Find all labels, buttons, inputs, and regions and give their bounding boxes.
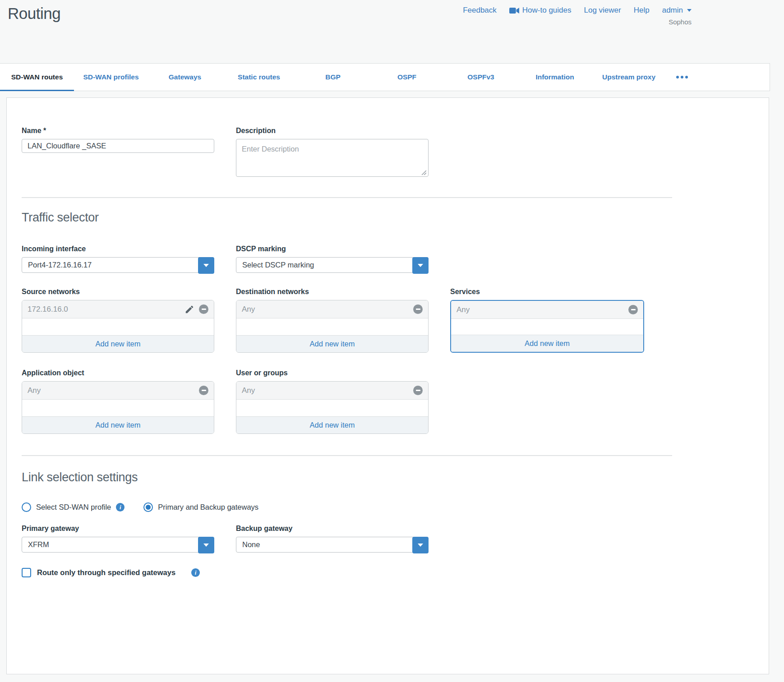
- primary-gateway-value: XFRM: [28, 540, 49, 549]
- list-empty-area: [22, 400, 214, 416]
- feedback-link[interactable]: Feedback: [463, 6, 497, 15]
- destination-networks-label: Destination networks: [236, 288, 429, 296]
- list-item: Any: [236, 382, 428, 400]
- edit-pencil-icon[interactable]: [184, 304, 194, 314]
- list-item-label: Any: [242, 386, 255, 395]
- remove-item-icon[interactable]: [628, 305, 638, 314]
- application-object-listbox: Any Add new item: [22, 381, 214, 434]
- dropdown-arrow-icon[interactable]: [412, 537, 429, 553]
- radio-label: Primary and Backup gateways: [158, 503, 258, 512]
- services-label: Services: [450, 288, 644, 296]
- section-divider: [22, 197, 672, 198]
- destination-networks-listbox: Any Add new item: [236, 300, 429, 353]
- list-item-label: Any: [28, 386, 41, 395]
- header-links: Feedback How-to guides Log viewer Help a…: [463, 6, 692, 15]
- page-header: Routing Feedback How-to guides Log viewe…: [0, 0, 784, 63]
- add-new-item-button[interactable]: Add new item: [22, 416, 214, 433]
- feedback-link-label: Feedback: [463, 6, 497, 15]
- radio-icon[interactable]: [22, 502, 31, 512]
- list-item-label: 172.16.16.0: [28, 305, 68, 314]
- dscp-marking-select[interactable]: Select DSCP marking: [236, 257, 429, 273]
- list-empty-area: [22, 318, 214, 335]
- help-label: Help: [634, 6, 650, 15]
- dropdown-arrow-icon[interactable]: [198, 257, 214, 274]
- source-networks-listbox: 172.16.16.0 Add new item: [22, 300, 214, 353]
- primary-gateway-select[interactable]: XFRM: [22, 537, 214, 553]
- incoming-interface-label: Incoming interface: [22, 245, 214, 253]
- section-divider: [22, 455, 672, 456]
- services-listbox: Any Add new item: [450, 300, 644, 353]
- backup-gateway-label: Backup gateway: [236, 525, 429, 533]
- tab-bgp[interactable]: BGP: [296, 64, 370, 91]
- route-only-label: Route only through specified gateways: [37, 568, 175, 577]
- name-label: Name *: [22, 127, 214, 135]
- info-icon[interactable]: i: [116, 503, 125, 512]
- tab-ospf[interactable]: OSPF: [370, 64, 444, 91]
- howto-guides-link[interactable]: How-to guides: [509, 6, 572, 15]
- list-empty-area: [236, 400, 428, 416]
- primary-gateway-label: Primary gateway: [22, 525, 214, 533]
- log-viewer-link[interactable]: Log viewer: [584, 6, 621, 15]
- user-or-groups-label: User or groups: [236, 369, 429, 377]
- video-camera-icon: [509, 7, 519, 14]
- remove-item-icon[interactable]: [413, 304, 423, 314]
- add-new-item-button[interactable]: Add new item: [236, 335, 428, 352]
- dropdown-arrow-icon[interactable]: [412, 257, 429, 274]
- tab-ospfv3[interactable]: OSPFv3: [444, 64, 518, 91]
- required-asterisk: *: [43, 127, 46, 134]
- dscp-marking-label: DSCP marking: [236, 245, 429, 253]
- tab-bar: SD-WAN routes SD-WAN profiles Gateways S…: [0, 63, 770, 91]
- list-empty-area: [236, 318, 428, 335]
- admin-menu[interactable]: admin: [662, 6, 692, 15]
- tab-gateways[interactable]: Gateways: [148, 64, 222, 91]
- remove-item-icon[interactable]: [199, 386, 208, 395]
- dropdown-arrow-icon[interactable]: [198, 537, 214, 553]
- tab-sdwan-routes[interactable]: SD-WAN routes: [0, 64, 74, 91]
- backup-gateway-select[interactable]: None: [236, 537, 429, 553]
- radio-primary-backup-gateways[interactable]: Primary and Backup gateways: [143, 502, 258, 512]
- list-item-label: Any: [457, 305, 470, 314]
- page-title: Routing: [8, 5, 60, 23]
- howto-guides-label: How-to guides: [522, 6, 572, 15]
- incoming-interface-value: Port4-172.16.16.17: [28, 261, 92, 269]
- remove-item-icon[interactable]: [413, 386, 423, 395]
- list-item: Any: [236, 300, 428, 318]
- more-tabs-button[interactable]: [666, 64, 698, 91]
- ellipsis-icon: [676, 76, 679, 78]
- radio-select-sdwan-profile[interactable]: Select SD-WAN profile i: [22, 502, 125, 512]
- remove-item-icon[interactable]: [199, 304, 208, 314]
- tab-upstream-proxy[interactable]: Upstream proxy: [592, 64, 666, 91]
- backup-gateway-value: None: [242, 540, 260, 549]
- dscp-marking-value: Select DSCP marking: [242, 261, 314, 269]
- list-item-label: Any: [242, 305, 255, 314]
- route-only-checkbox[interactable]: [22, 568, 31, 577]
- resize-grip-icon[interactable]: [420, 169, 426, 175]
- link-selection-heading: Link selection settings: [22, 470, 769, 484]
- tab-static-routes[interactable]: Static routes: [222, 64, 296, 91]
- chevron-down-icon: [687, 9, 692, 12]
- source-networks-label: Source networks: [22, 288, 214, 296]
- add-new-item-button[interactable]: Add new item: [451, 335, 643, 352]
- description-label: Description: [236, 127, 429, 135]
- list-item: Any: [22, 382, 214, 400]
- radio-label: Select SD-WAN profile: [36, 503, 111, 512]
- add-new-item-button[interactable]: Add new item: [236, 416, 428, 433]
- tab-information[interactable]: Information: [518, 64, 592, 91]
- list-item: Any: [451, 301, 643, 319]
- user-or-groups-listbox: Any Add new item: [236, 381, 429, 434]
- description-textarea[interactable]: [236, 139, 429, 177]
- traffic-selector-heading: Traffic selector: [22, 211, 769, 225]
- sdwan-route-form-panel: Name * Description Traffic selector Inco…: [6, 97, 769, 674]
- list-empty-area: [451, 319, 643, 335]
- name-input[interactable]: [22, 139, 214, 153]
- admin-menu-label: admin: [662, 6, 683, 15]
- add-new-item-button[interactable]: Add new item: [22, 335, 214, 352]
- application-object-label: Application object: [22, 369, 214, 377]
- info-icon[interactable]: i: [191, 568, 200, 577]
- incoming-interface-select[interactable]: Port4-172.16.16.17: [22, 257, 214, 273]
- radio-checked-icon[interactable]: [143, 502, 153, 512]
- help-link[interactable]: Help: [634, 6, 650, 15]
- brand-label: Sophos: [669, 18, 692, 26]
- log-viewer-label: Log viewer: [584, 6, 621, 15]
- tab-sdwan-profiles[interactable]: SD-WAN profiles: [74, 64, 148, 91]
